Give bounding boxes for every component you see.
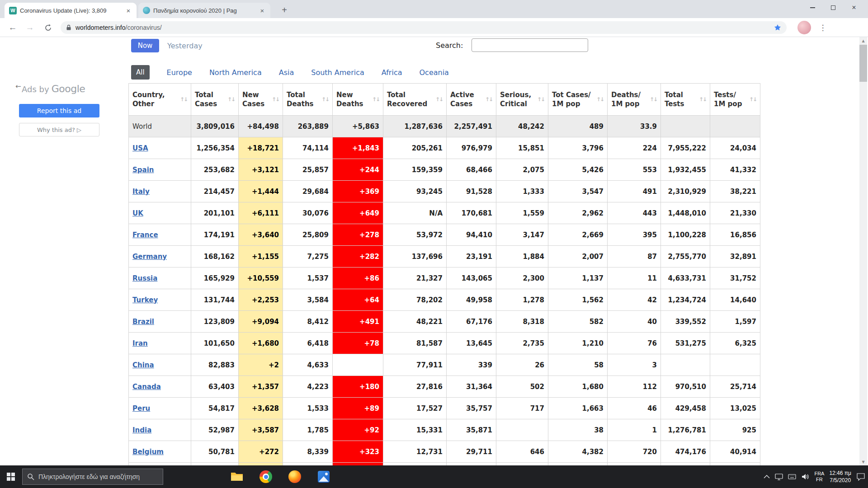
column-header[interactable]: Serious,Critical↑↓ — [496, 84, 548, 116]
sort-icon: ↑↓ — [271, 96, 279, 103]
country-link[interactable]: India — [132, 426, 151, 434]
column-header-label: TotalDeaths — [287, 90, 314, 108]
tab-close-icon[interactable]: × — [125, 7, 132, 14]
taskbar-search[interactable]: Πληκτρολογήστε εδώ για αναζήτηση — [22, 469, 163, 485]
browser-tab-wikipedia[interactable]: Πανδημία κορονοϊού 2020 | Pag × — [138, 3, 270, 18]
sort-icon: ↑↓ — [536, 96, 544, 103]
profile-avatar[interactable] — [797, 21, 811, 34]
table-cell — [710, 354, 760, 376]
table-cell: 339,552 — [661, 311, 710, 333]
country-cell: France — [129, 224, 191, 246]
country-link[interactable]: Brazil — [132, 318, 154, 326]
now-button[interactable]: Now — [131, 39, 159, 52]
photos-icon[interactable] — [317, 470, 330, 483]
country-link[interactable]: France — [132, 231, 158, 239]
country-row: Italy214,457+1,44429,684+36993,24591,528… — [129, 181, 760, 202]
ad-back-icon[interactable]: ← — [15, 82, 21, 90]
bookmark-star-icon[interactable] — [774, 24, 781, 31]
continent-tab-north-america[interactable]: North America — [209, 68, 262, 77]
touch-keyboard-icon[interactable] — [788, 474, 796, 480]
table-cell: 582 — [548, 311, 608, 333]
table-cell: 48,242 — [496, 116, 548, 137]
minimize-button[interactable] — [802, 0, 823, 15]
table-cell: 165,929 — [191, 267, 239, 289]
new-tab-button[interactable]: + — [278, 4, 290, 16]
chrome-icon[interactable] — [259, 470, 273, 483]
tab-close-icon[interactable]: × — [259, 7, 266, 14]
table-cell: 32,891 — [710, 246, 760, 267]
table-cell: 81,587 — [383, 333, 447, 354]
volume-icon[interactable] — [801, 473, 809, 480]
table-cell: 123,809 — [191, 311, 239, 333]
continent-tab-europe[interactable]: Europe — [167, 68, 192, 77]
browser-tab-coronavirus[interactable]: W Coronavirus Update (Live): 3,809 × — [5, 3, 137, 18]
column-header[interactable]: Deaths/1M pop↑↓ — [608, 84, 661, 116]
country-link[interactable]: USA — [132, 144, 148, 152]
forward-button[interactable]: → — [24, 21, 36, 34]
browser-scrollbar[interactable]: ▲ ▼ — [859, 37, 867, 465]
close-window-button[interactable]: × — [844, 0, 864, 15]
browser-titlebar: W Coronavirus Update (Live): 3,809 × Παν… — [0, 0, 868, 18]
table-cell: 2,755,770 — [661, 246, 710, 267]
column-header[interactable]: NewCases↑↓ — [239, 84, 283, 116]
continent-tab-all[interactable]: All — [131, 65, 150, 80]
country-link[interactable]: Iran — [132, 339, 148, 347]
country-link[interactable]: Canada — [132, 383, 161, 391]
continent-tab-south-america[interactable]: South America — [311, 68, 364, 77]
address-bar[interactable]: worldometers.info/coronavirus/ — [61, 21, 787, 34]
taskbar-clock[interactable]: 12:46 πμ 7/5/2020 — [829, 469, 851, 484]
country-link[interactable]: Peru — [132, 404, 150, 413]
column-header[interactable]: ActiveCases↑↓ — [447, 84, 496, 116]
table-cell: +1,680 — [239, 333, 283, 354]
continent-tab-asia[interactable]: Asia — [279, 68, 294, 77]
browser-menu-icon[interactable]: ⋮ — [816, 21, 829, 34]
tray-chevron-up-icon[interactable] — [764, 475, 770, 479]
sort-icon: ↑↓ — [434, 96, 443, 103]
scrollbar-thumb[interactable] — [859, 45, 867, 82]
country-link[interactable]: Spain — [132, 166, 154, 174]
report-ad-button[interactable]: Report this ad — [19, 104, 99, 117]
action-center-icon[interactable] — [856, 473, 865, 481]
country-link[interactable]: China — [132, 361, 154, 369]
file-explorer-icon[interactable] — [230, 470, 244, 483]
country-link[interactable]: Germany — [132, 253, 167, 261]
country-link[interactable]: Turkey — [132, 296, 158, 304]
country-link[interactable]: Belgium — [132, 448, 164, 456]
language-indicator[interactable]: FRA FR — [814, 471, 824, 483]
firefox-icon[interactable] — [288, 470, 302, 483]
table-cell: 159,359 — [383, 159, 447, 181]
maximize-button[interactable] — [823, 0, 844, 15]
scroll-down-icon[interactable]: ▼ — [859, 458, 867, 465]
table-cell: 970,510 — [661, 376, 710, 398]
column-header[interactable]: NewDeaths↑↓ — [333, 84, 383, 116]
column-header[interactable]: TotalRecovered↑↓ — [383, 84, 447, 116]
continent-tab-oceania[interactable]: Oceania — [419, 68, 448, 77]
country-link[interactable]: Italy — [132, 188, 150, 196]
column-header[interactable]: Tot Cases/1M pop↑↓ — [548, 84, 608, 116]
scroll-up-icon[interactable]: ▲ — [859, 37, 867, 44]
table-search-input[interactable] — [472, 38, 588, 52]
table-cell: 4,633,731 — [661, 267, 710, 289]
yesterday-button[interactable]: Yesterday — [167, 42, 203, 50]
table-cell: 1,537 — [283, 267, 333, 289]
table-cell: 553 — [608, 159, 661, 181]
table-cell: 3 — [608, 354, 661, 376]
table-cell: +282 — [333, 246, 383, 267]
column-header[interactable]: TotalCases↑↓ — [191, 84, 239, 116]
country-link[interactable]: UK — [132, 209, 143, 217]
country-row: Germany168,162+1,1557,275+282137,69623,1… — [129, 246, 760, 267]
table-cell: 491 — [608, 181, 661, 202]
country-link[interactable]: Russia — [132, 274, 157, 282]
table-cell: +1,357 — [239, 376, 283, 398]
start-button[interactable] — [0, 465, 22, 488]
column-header[interactable]: Country,Other↑↓ — [129, 84, 191, 116]
network-icon[interactable] — [775, 473, 783, 480]
why-this-ad-button[interactable]: Why this ad? ▷ — [19, 123, 99, 136]
back-button[interactable]: ← — [6, 21, 19, 34]
column-header[interactable]: Tests/1M pop↑↓ — [710, 84, 760, 116]
column-header[interactable]: TotalTests↑↓ — [661, 84, 710, 116]
table-cell: 925 — [710, 419, 760, 441]
continent-tab-africa[interactable]: Africa — [382, 68, 402, 77]
refresh-button[interactable] — [42, 21, 54, 34]
column-header[interactable]: TotalDeaths↑↓ — [283, 84, 333, 116]
